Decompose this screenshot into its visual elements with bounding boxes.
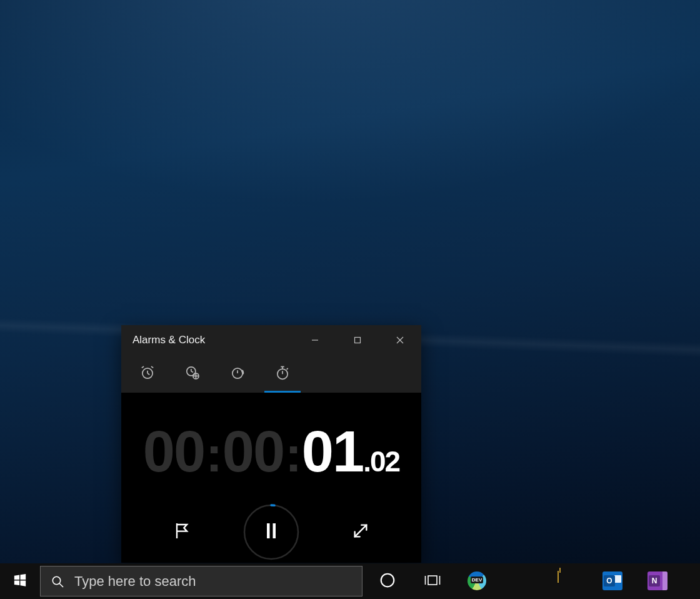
- minutes-value: 00: [222, 423, 284, 480]
- svg-point-29: [52, 576, 60, 584]
- timer-icon: [229, 365, 246, 383]
- lap-button[interactable]: [168, 518, 196, 546]
- tab-alarm[interactable]: [125, 355, 170, 393]
- expand-button[interactable]: [346, 518, 375, 546]
- stopwatch-icon: [274, 365, 291, 383]
- tab-world-clock[interactable]: [170, 355, 215, 393]
- pause-button[interactable]: [242, 503, 300, 561]
- taskbar-app-file-explorer[interactable]: [545, 563, 590, 599]
- seconds-value: 01: [302, 423, 363, 480]
- file-explorer-icon: [558, 571, 578, 591]
- cortana-button[interactable]: [365, 563, 410, 599]
- pause-icon: [264, 521, 279, 543]
- hundredths-value: 02: [370, 445, 399, 478]
- windows-logo-icon: [13, 573, 27, 590]
- task-view-button[interactable]: [410, 563, 455, 599]
- titlebar[interactable]: Alarms & Clock: [121, 325, 421, 355]
- separator-dot: .: [363, 445, 370, 478]
- svg-line-6: [148, 373, 149, 375]
- svg-line-8: [151, 366, 153, 368]
- alarms-clock-window: Alarms & Clock: [121, 325, 421, 563]
- svg-marker-28: [20, 580, 26, 586]
- svg-marker-25: [14, 575, 19, 580]
- taskbar-app-edge[interactable]: [500, 563, 545, 599]
- taskbar-app-onenote[interactable]: N: [635, 563, 680, 599]
- stopwatch-time: 00 : 00 : 01 . 02: [143, 423, 399, 483]
- maximize-button[interactable]: [336, 325, 379, 355]
- world-clock-icon: [184, 365, 201, 383]
- separator-colon: :: [284, 430, 302, 483]
- svg-rect-22: [267, 523, 270, 538]
- edge-dev-icon: DEV: [468, 571, 488, 591]
- tab-bar: [121, 355, 421, 393]
- tab-timer[interactable]: [215, 355, 260, 393]
- search-box[interactable]: [40, 566, 362, 596]
- svg-marker-27: [14, 580, 19, 585]
- svg-point-31: [381, 573, 394, 586]
- svg-point-15: [278, 369, 288, 379]
- separator-colon: :: [204, 430, 222, 483]
- svg-rect-1: [355, 338, 361, 343]
- window-title: Alarms & Clock: [132, 334, 205, 346]
- onenote-icon: N: [648, 571, 668, 591]
- svg-marker-26: [20, 573, 26, 579]
- edge-icon: [512, 571, 532, 591]
- start-button[interactable]: [0, 563, 40, 599]
- stopwatch-controls: [168, 503, 375, 561]
- svg-line-11: [191, 371, 193, 373]
- flag-icon: [172, 521, 192, 543]
- cortana-icon: [379, 572, 396, 591]
- search-icon: [41, 574, 74, 589]
- svg-line-24: [355, 525, 367, 537]
- window-controls: [294, 325, 421, 355]
- stopwatch-content: 00 : 00 : 01 . 02: [121, 393, 421, 563]
- close-button[interactable]: [379, 325, 421, 355]
- svg-rect-32: [428, 576, 437, 585]
- taskbar: DEV O N: [0, 563, 700, 599]
- taskbar-apps: DEV O N: [365, 563, 680, 599]
- svg-line-30: [59, 583, 63, 587]
- svg-rect-23: [273, 523, 276, 538]
- svg-line-19: [287, 368, 288, 370]
- hours-value: 00: [143, 423, 204, 480]
- minimize-button[interactable]: [294, 325, 336, 355]
- taskbar-app-outlook[interactable]: O: [590, 563, 635, 599]
- expand-icon: [351, 521, 371, 543]
- outlook-icon: O: [602, 571, 622, 591]
- task-view-icon: [423, 573, 442, 590]
- alarm-clock-icon: [139, 365, 156, 383]
- svg-line-7: [142, 366, 144, 368]
- search-input[interactable]: [74, 573, 362, 590]
- tab-stopwatch[interactable]: [260, 355, 305, 393]
- taskbar-app-edge-dev[interactable]: DEV: [455, 563, 500, 599]
